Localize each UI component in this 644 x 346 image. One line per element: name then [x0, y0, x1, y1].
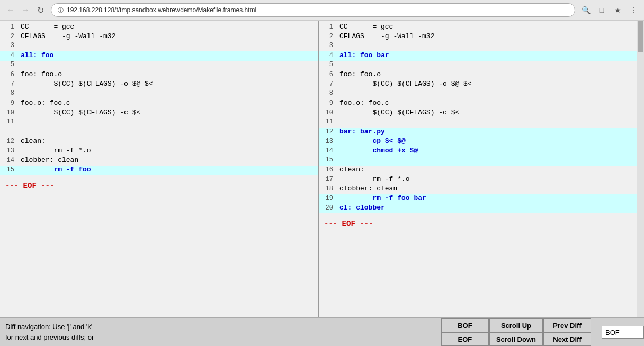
- table-row: 18clobber: clean: [319, 185, 637, 194]
- line-number: 10: [319, 109, 337, 116]
- line-number: 11: [319, 118, 337, 125]
- line-content: all: foo: [19, 51, 53, 59]
- line-number: 6: [0, 71, 19, 78]
- bookmark-button[interactable]: ★: [611, 4, 624, 16]
- right-scrollbar[interactable]: [637, 21, 644, 317]
- table-row: [0, 128, 318, 137]
- line-number: 8: [319, 89, 337, 97]
- nav-buttons: ← → ↻: [4, 4, 47, 16]
- table-row: 9foo.o: foo.c: [0, 99, 318, 108]
- table-row: 14clobber: clean: [0, 156, 318, 166]
- table-row: 3: [0, 42, 318, 51]
- table-row: 10 $(CC) $(CFLAGS) -c $<: [0, 108, 318, 118]
- table-row: 10 $(CC) $(CFLAGS) -c $<: [319, 108, 637, 118]
- line-number: 16: [319, 166, 337, 174]
- table-row: 3: [319, 42, 637, 51]
- line-number: 13: [319, 138, 337, 145]
- line-number: 12: [319, 128, 337, 135]
- bof-eof-group: BOF EOF: [441, 318, 489, 346]
- forward-button[interactable]: →: [19, 4, 32, 16]
- reload-button[interactable]: ↻: [34, 4, 47, 16]
- line-number: 17: [319, 176, 337, 183]
- line-number: 7: [319, 80, 337, 88]
- toolbar-buttons: BOF EOF Scroll Up Scroll Down Prev Diff …: [441, 318, 591, 346]
- right-empty-space: [319, 232, 637, 275]
- bof-display-input[interactable]: [602, 326, 644, 339]
- line-content: chmod +x $@: [337, 147, 418, 154]
- table-row: 12clean:: [0, 137, 318, 147]
- table-row: 16clean:: [319, 166, 637, 175]
- table-row: 8: [319, 89, 637, 99]
- address-bar[interactable]: ⓘ 192.168.228.128/t/tmp.sandbox.webrev/d…: [51, 3, 575, 17]
- menu-button[interactable]: ⋮: [627, 4, 640, 16]
- table-row: 8: [0, 89, 318, 99]
- browser-chrome: ← → ↻ ⓘ 192.168.228.128/t/tmp.sandbox.we…: [0, 0, 644, 21]
- line-content: $(CC) $(CFLAGS) -c $<: [19, 108, 140, 116]
- left-diff-panel[interactable]: 1CC = gcc2CFLAGS = -g -Wall -m3234all: f…: [0, 21, 319, 317]
- line-content: clean:: [337, 166, 364, 174]
- line-content: cp $< $@: [337, 137, 406, 145]
- table-row: 17 rm -f *.o: [319, 175, 637, 185]
- line-number: 20: [319, 204, 337, 212]
- bof-button[interactable]: BOF: [441, 318, 489, 332]
- line-content: CC = gcc: [337, 23, 393, 31]
- table-row: 4all: foo bar: [319, 51, 637, 61]
- right-scrollbar-thumb[interactable]: [638, 21, 643, 52]
- line-content: $(CC) $(CFLAGS) -o $@ $<: [337, 80, 472, 88]
- table-row: 4all: foo: [0, 51, 318, 61]
- line-number: 15: [319, 156, 337, 163]
- line-number: 3: [319, 42, 337, 49]
- table-row: 19 rm -f foo bar: [319, 194, 637, 204]
- prev-diff-button[interactable]: Prev Diff: [543, 318, 591, 332]
- line-content: rm -f foo bar: [337, 194, 426, 202]
- line-content: all: foo bar: [337, 51, 389, 59]
- screenshot-button[interactable]: □: [595, 4, 608, 16]
- line-number: 6: [319, 71, 337, 78]
- table-row: 1CC = gcc: [319, 23, 637, 32]
- eof-button[interactable]: EOF: [441, 332, 489, 346]
- table-row: 12bar: bar.py: [319, 128, 637, 137]
- next-diff-button[interactable]: Next Diff: [543, 332, 591, 346]
- line-number: 10: [0, 109, 19, 116]
- url-text: 192.168.228.128/t/tmp.sandbox.webrev/dem…: [67, 6, 256, 14]
- line-number: 14: [0, 157, 19, 164]
- diff-nav-group: Prev Diff Next Diff: [543, 318, 591, 346]
- line-number: 11: [0, 118, 19, 125]
- line-number: 14: [319, 147, 337, 154]
- table-row: 14 chmod +x $@: [319, 147, 637, 156]
- scroll-down-button[interactable]: Scroll Down: [489, 332, 543, 346]
- nav-help: Diff navigation: Use 'j' and 'k' for nex…: [0, 318, 441, 346]
- table-row: 9foo.o: foo.c: [319, 99, 637, 108]
- search-button[interactable]: 🔍: [579, 4, 592, 16]
- table-row: 7 $(CC) $(CFLAGS) -o $@ $<: [319, 80, 637, 89]
- line-number: 9: [319, 99, 337, 107]
- browser-actions: 🔍 □ ★ ⋮: [579, 4, 640, 16]
- line-number: 12: [0, 138, 19, 145]
- line-number: 4: [0, 52, 19, 59]
- diff-container: 1CC = gcc2CFLAGS = -g -Wall -m3234all: f…: [0, 21, 644, 317]
- line-number: 15: [0, 166, 19, 174]
- secure-icon: ⓘ: [58, 6, 64, 14]
- scroll-group: Scroll Up Scroll Down: [489, 318, 543, 346]
- bof-display-area: [602, 318, 644, 346]
- line-number: 9: [0, 99, 19, 107]
- table-row: 1CC = gcc: [0, 23, 318, 32]
- line-content: clobber: clean: [19, 156, 78, 164]
- table-row: 2CFLAGS = -g -Wall -m32: [0, 32, 318, 42]
- line-number: 1: [0, 23, 19, 31]
- line-number: 1: [319, 23, 337, 31]
- line-content: $(CC) $(CFLAGS) -c $<: [337, 108, 459, 116]
- main-content: 1CC = gcc2CFLAGS = -g -Wall -m3234all: f…: [0, 21, 644, 346]
- table-row: 6foo: foo.o: [319, 70, 637, 80]
- table-row: 15 rm -f foo: [0, 166, 318, 175]
- line-number: 2: [319, 33, 337, 40]
- line-content: bar: bar.py: [337, 128, 385, 135]
- table-row: 11: [0, 118, 318, 128]
- right-diff-panel[interactable]: 1CC = gcc2CFLAGS = -g -Wall -m3234all: f…: [319, 21, 637, 317]
- line-content: rm -f foo: [19, 166, 91, 174]
- line-content: CFLAGS = -g -Wall -m32: [337, 32, 434, 40]
- back-button[interactable]: ←: [4, 4, 17, 16]
- line-number: 3: [0, 42, 19, 49]
- line-content: CC = gcc: [19, 23, 74, 31]
- scroll-up-button[interactable]: Scroll Up: [489, 318, 543, 332]
